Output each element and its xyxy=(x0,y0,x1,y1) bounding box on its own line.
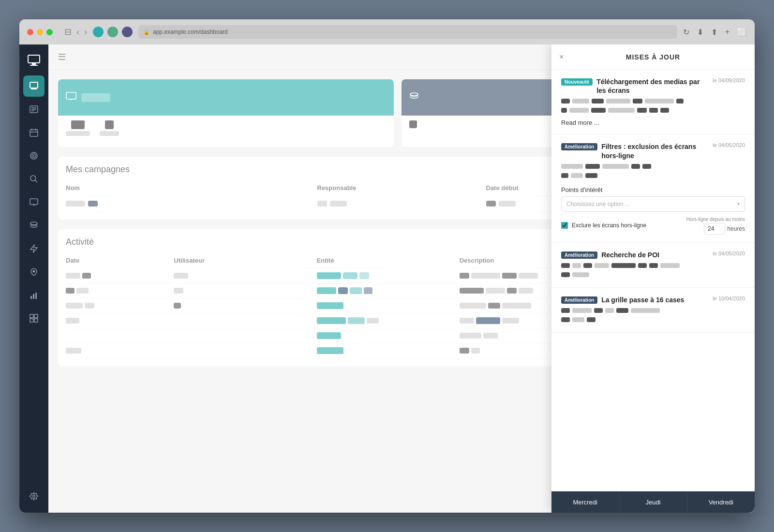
svg-rect-29 xyxy=(30,319,33,322)
svg-rect-18 xyxy=(30,199,38,205)
update-text-line-3b xyxy=(561,272,745,280)
filter-select-text: Choisissez une option ... xyxy=(566,201,737,207)
panel-close-button[interactable]: × xyxy=(559,53,564,61)
badge-nouveaute-1: Nouveauté xyxy=(561,78,593,86)
forward-button[interactable]: › xyxy=(84,27,87,37)
svg-rect-25 xyxy=(33,294,34,299)
panel-footer: Mercredi Jeudi Vendredi xyxy=(551,491,755,513)
update-title-wrap-3: Amélioration Recherche de POI xyxy=(561,251,708,259)
footer-vendredi-button[interactable]: Vendredi xyxy=(687,491,755,513)
update-text-line-4b xyxy=(561,317,745,325)
logo-icon xyxy=(27,53,41,67)
sidebar-item-calendar[interactable] xyxy=(23,122,45,143)
sidebar-item-settings[interactable] xyxy=(23,486,45,507)
badge-amelioration-4: Amélioration xyxy=(561,296,597,304)
sidebar-item-search[interactable] xyxy=(23,168,45,190)
svg-rect-9 xyxy=(30,130,38,136)
update-item-2: Amélioration Filtres : exclusion des écr… xyxy=(551,134,755,242)
sidebar-item-analytics[interactable] xyxy=(23,284,45,306)
exclude-offline-checkbox[interactable] xyxy=(561,222,568,229)
browser-titlebar: ⊟ ‹ › 🔒 app.example.com/dashboard ↻ ⬇ ⬆ … xyxy=(19,19,755,44)
update-title-1: Téléchargement des medias par les écrans xyxy=(596,77,708,95)
maximize-button[interactable] xyxy=(46,29,53,35)
filter-hours-input-wrap: 24 heures xyxy=(704,223,745,235)
update-text-line-2a xyxy=(561,164,745,171)
address-text: app.example.com/dashboard xyxy=(153,29,672,35)
download-icon[interactable]: ⬇ xyxy=(697,28,703,37)
share-icon[interactable]: ⬆ xyxy=(711,28,717,37)
address-bar[interactable]: 🔒 app.example.com/dashboard xyxy=(138,25,677,39)
new-tab-icon[interactable]: + xyxy=(725,28,729,37)
read-more-button-1[interactable]: Read more ... xyxy=(561,119,745,126)
sidebar-item-screens[interactable] xyxy=(23,192,45,213)
update-date-3: le 04/05/2020 xyxy=(713,251,745,256)
close-button[interactable] xyxy=(27,29,33,35)
filter-checkbox-row: Exclure les écrans hors-ligne Hors-ligne… xyxy=(561,217,745,235)
update-title-2: Filtres : exclusion des écrans hors-lign… xyxy=(601,142,708,160)
reload-icon[interactable]: ↻ xyxy=(683,28,689,37)
filter-section: Points d'intérêt Choisissez une option .… xyxy=(561,186,745,235)
svg-rect-24 xyxy=(30,296,32,299)
svg-rect-30 xyxy=(34,319,38,322)
footer-jeudi-button[interactable]: Jeudi xyxy=(619,491,686,513)
extension-icons xyxy=(93,27,133,37)
update-title-wrap-1: Nouveauté Téléchargement des medias par … xyxy=(561,77,708,95)
sidebar-item-grids[interactable] xyxy=(23,308,45,329)
filter-select-wrap[interactable]: Choisissez une option ... ▾ xyxy=(561,196,745,212)
svg-rect-2 xyxy=(30,65,38,66)
update-text-line-1 xyxy=(561,99,745,106)
svg-rect-26 xyxy=(35,293,37,299)
extension-icon-3[interactable] xyxy=(122,27,133,37)
update-header-4: Amélioration La grille passe à 16 cases … xyxy=(561,296,745,304)
filter-poi-label: Points d'intérêt xyxy=(561,186,745,193)
svg-rect-0 xyxy=(28,55,40,63)
svg-rect-27 xyxy=(30,314,33,318)
filter-hours-wrap: Hors-ligne depuis au moins 24 heures xyxy=(686,217,745,235)
filter-hours-input[interactable]: 24 xyxy=(704,223,725,235)
update-text-line-4a xyxy=(561,308,745,315)
main-content: ☰ Christian Blavier ▾ xyxy=(48,44,755,513)
tabs-icon[interactable]: ⬜ xyxy=(737,28,747,37)
lock-icon: 🔒 xyxy=(143,29,150,35)
update-item-3: Amélioration Recherche de POI le 04/05/2… xyxy=(551,243,755,288)
browser-window: ⊟ ‹ › 🔒 app.example.com/dashboard ↻ ⬇ ⬆ … xyxy=(19,19,755,513)
sidebar-logo xyxy=(24,50,44,70)
svg-point-31 xyxy=(33,495,35,498)
panel-content: Nouveauté Téléchargement des medias par … xyxy=(551,70,755,491)
back-button[interactable]: ‹ xyxy=(76,27,79,37)
sidebar-item-targeting[interactable] xyxy=(23,145,45,166)
update-date-1: le 04/09/2020 xyxy=(713,77,745,83)
update-text-line-3a xyxy=(561,263,745,270)
extension-icon-1[interactable] xyxy=(93,27,104,37)
update-text-3 xyxy=(561,263,745,280)
filter-hours-label: Hors-ligne depuis au moins xyxy=(686,217,745,222)
update-header-1: Nouveauté Téléchargement des medias par … xyxy=(561,77,745,95)
sidebar-item-triggers[interactable] xyxy=(23,238,45,259)
update-date-4: le 10/04/2020 xyxy=(713,296,745,301)
sidebar-item-data[interactable] xyxy=(23,215,45,236)
app-container: ☰ Christian Blavier ▾ xyxy=(19,44,755,513)
svg-marker-22 xyxy=(30,245,37,252)
svg-point-21 xyxy=(30,222,37,225)
footer-mercredi-button[interactable]: Mercredi xyxy=(551,491,619,513)
minimize-button[interactable] xyxy=(37,29,43,35)
update-text-4 xyxy=(561,308,745,325)
sidebar-item-poi[interactable] xyxy=(23,261,45,282)
sidebar-item-campaigns[interactable] xyxy=(23,99,45,120)
updates-panel: × MISES À JOUR Nouveauté Téléchargement … xyxy=(551,44,755,513)
update-item-4: Amélioration La grille passe à 16 cases … xyxy=(551,288,755,333)
exclude-offline-label: Exclure les écrans hors-ligne xyxy=(572,222,683,229)
browser-actions: ↻ ⬇ ⬆ + ⬜ xyxy=(683,28,747,37)
update-title-4: La grille passe à 16 cases xyxy=(601,296,684,304)
extension-icon-2[interactable] xyxy=(107,27,118,37)
update-title-wrap-2: Amélioration Filtres : exclusion des écr… xyxy=(561,142,708,160)
sidebar-item-home[interactable] xyxy=(23,75,45,97)
panel-title: MISES À JOUR xyxy=(626,53,680,61)
update-title-wrap-4: Amélioration La grille passe à 16 cases xyxy=(561,296,708,304)
panel-overlay[interactable] xyxy=(48,44,551,513)
svg-point-16 xyxy=(30,176,36,181)
svg-rect-3 xyxy=(30,82,38,88)
update-header-3: Amélioration Recherche de POI le 04/05/2… xyxy=(561,251,745,259)
update-text-line-2 xyxy=(561,108,745,115)
sidebar-toggle-icon[interactable]: ⊟ xyxy=(64,27,72,37)
